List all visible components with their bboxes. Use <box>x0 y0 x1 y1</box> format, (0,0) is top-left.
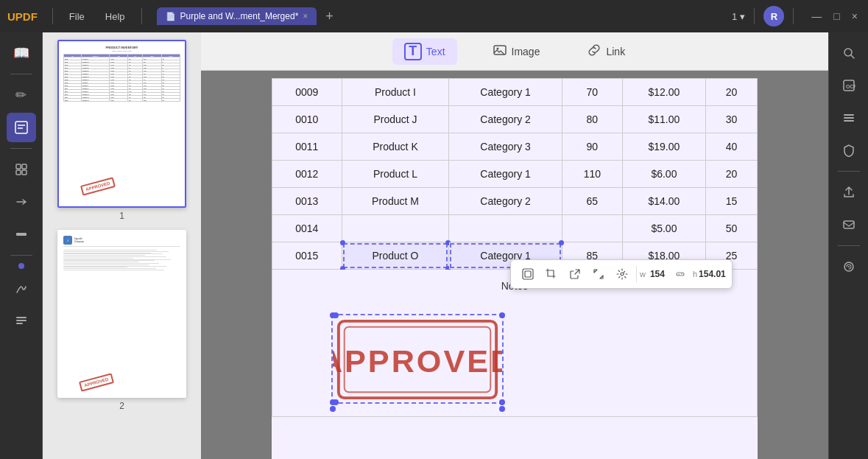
thumbnail-page-2[interactable]: I IngoudeCompany <box>50 230 194 411</box>
image-tool-label: Image <box>512 46 540 57</box>
file-menu[interactable]: File <box>62 8 92 25</box>
thumbnail-page-1[interactable]: PRODUCT INVENTORY Date: March 2024-2025 … <box>50 40 194 221</box>
text-tool-button[interactable]: T Text <box>392 38 457 65</box>
thumb2-header: I IngoudeCompany <box>63 236 180 247</box>
page-navigator[interactable]: 1 ▾ <box>732 11 745 22</box>
table-row: 0011 Product K Category 3 90 $19.00 40 <box>272 133 758 161</box>
protect-right-icon[interactable] <box>834 136 864 165</box>
img-handle-br[interactable] <box>499 399 505 405</box>
edit-icon[interactable] <box>7 113 36 142</box>
wrap-button[interactable] <box>517 263 539 285</box>
cell-product-0015[interactable]: Product O <box>342 242 449 270</box>
height-label: h <box>693 270 697 278</box>
svg-rect-4 <box>22 164 27 169</box>
svg-point-28 <box>848 266 850 267</box>
annotate-icon[interactable]: ✏ <box>7 80 36 110</box>
sidebar-dot <box>18 263 24 269</box>
img-handle-mr[interactable] <box>499 406 505 412</box>
chain-link-button[interactable] <box>669 263 691 285</box>
thumb-content-2: I IngoudeCompany <box>59 231 185 396</box>
form-icon[interactable] <box>7 306 36 335</box>
width-label: w <box>640 270 646 278</box>
resize-button[interactable] <box>588 263 610 285</box>
thumb-title: PRODUCT INVENTORY <box>63 46 180 49</box>
img-handle-tm[interactable] <box>333 312 339 318</box>
close-button[interactable]: × <box>849 9 861 24</box>
selected-image-box[interactable]: APPROVED <box>331 314 504 404</box>
svg-rect-3 <box>16 164 21 169</box>
document-tab[interactable]: 📄 Purple and W...ment_Merged* × <box>157 7 317 25</box>
inventory-table: 0009 Product I Category 1 70 $12.00 20 0… <box>272 78 758 417</box>
svg-rect-16 <box>523 269 533 279</box>
tab-label: Purple and W...ment_Merged* <box>180 11 299 21</box>
search-right-icon[interactable] <box>834 38 864 68</box>
minimize-button[interactable]: — <box>808 9 825 24</box>
right-sidebar: OCR <box>828 32 868 459</box>
svg-line-20 <box>851 55 854 58</box>
thumb-page-num-2: 2 <box>119 401 124 411</box>
convert-icon[interactable] <box>7 187 36 217</box>
cell-product: Product J <box>342 106 449 133</box>
cell-id: 0012 <box>272 161 342 188</box>
svg-rect-0 <box>15 122 27 133</box>
width-input[interactable]: w 154 <box>640 269 668 279</box>
handle-tl[interactable] <box>340 240 345 245</box>
cell-qty: 70 <box>562 79 622 106</box>
settings-button[interactable] <box>611 263 633 285</box>
sidebar-sep2 <box>10 148 32 149</box>
svg-text:OCR: OCR <box>846 84 855 89</box>
top-divider1 <box>52 8 53 24</box>
cell-category: Category 3 <box>449 133 562 161</box>
pdf-toolbar: T Text Image <box>201 32 828 71</box>
cell-category: Category 1 <box>449 79 562 106</box>
share-right-icon[interactable] <box>834 178 864 207</box>
cell-id: 0010 <box>272 106 342 133</box>
svg-rect-26 <box>844 221 854 228</box>
cell-qty: 110 <box>562 161 622 188</box>
crop-button[interactable] <box>540 263 562 285</box>
user-avatar[interactable]: R <box>763 6 784 27</box>
image-tool-button[interactable]: Image <box>481 38 552 65</box>
top-divider2 <box>141 8 142 24</box>
cell-product: Product M <box>342 188 449 215</box>
height-value: 154.01 <box>699 269 726 279</box>
width-value: 154 <box>647 269 668 279</box>
maximize-button[interactable]: □ <box>830 9 842 24</box>
svg-rect-24 <box>844 117 854 119</box>
updf-logo: UPDF <box>7 10 38 23</box>
link-tool-label: Link <box>606 46 625 57</box>
cell-qty <box>562 215 622 242</box>
sign-icon[interactable] <box>7 273 36 303</box>
right-sidebar-sep <box>838 171 860 172</box>
handle-cat-tr[interactable] <box>559 240 564 245</box>
cell-price: $6.00 <box>622 161 705 188</box>
thumb-box-1[interactable]: PRODUCT INVENTORY Date: March 2024-2025 … <box>57 40 186 208</box>
img-handle-ml[interactable] <box>330 406 336 412</box>
pages-icon[interactable] <box>7 155 36 184</box>
pdf-content[interactable]: 0009 Product I Category 1 70 $12.00 20 0… <box>201 71 828 459</box>
ocr-right-icon[interactable]: OCR <box>834 71 864 100</box>
table-row: 0012 Product L Category 1 110 $6.00 20 <box>272 161 758 188</box>
ai-right-icon[interactable] <box>834 252 864 281</box>
add-tab-button[interactable]: + <box>325 9 334 24</box>
table-row: 0009 Product I Category 1 70 $12.00 20 <box>272 79 758 106</box>
email-right-icon[interactable] <box>834 210 864 239</box>
top-divider3 <box>754 8 755 24</box>
height-input[interactable]: h 154.01 <box>693 269 726 279</box>
help-menu[interactable]: Help <box>98 8 133 25</box>
image-selection-container[interactable]: APPROVED <box>331 314 504 406</box>
img-handle-tr[interactable] <box>499 312 505 318</box>
svg-text:APPROVED: APPROVED <box>333 343 502 379</box>
extract-button[interactable] <box>564 263 586 285</box>
thumb-box-2[interactable]: I IngoudeCompany <box>57 230 186 398</box>
redact-icon[interactable] <box>7 220 36 249</box>
compress-right-icon[interactable] <box>834 103 864 133</box>
table-row: 0010 Product J Category 2 80 $11.00 30 <box>272 106 758 133</box>
notes-row: Notes <box>272 270 758 417</box>
link-tool-button[interactable]: Link <box>575 38 637 65</box>
cell-category <box>449 215 562 242</box>
read-icon[interactable]: 📖 <box>7 38 36 68</box>
img-handle-bm[interactable] <box>333 399 339 405</box>
cell-col6: 20 <box>705 79 757 106</box>
tab-close-icon[interactable]: × <box>303 11 308 21</box>
